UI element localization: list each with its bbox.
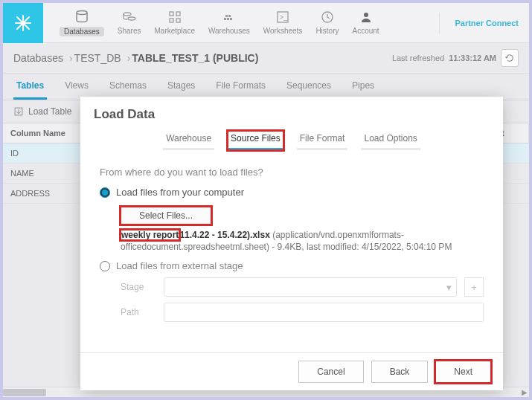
wizard-step-load-options[interactable]: Load Options <box>361 131 420 150</box>
nav-label: Warehouses <box>208 27 250 35</box>
tab-file-formats[interactable]: File Formats <box>213 74 269 100</box>
wizard-step-source-files[interactable]: Source Files <box>228 131 283 150</box>
svg-rect-7 <box>170 12 173 16</box>
nav-label: Worksheets <box>263 27 303 35</box>
add-stage-button[interactable]: + <box>464 277 484 297</box>
last-refreshed-time: 11:33:12 AM <box>449 54 496 62</box>
nav-label: History <box>315 27 339 35</box>
svg-rect-12 <box>227 18 229 20</box>
tab-tables[interactable]: Tables <box>13 74 47 100</box>
scrollbar-thumb[interactable] <box>3 389 46 396</box>
cancel-button[interactable]: Cancel <box>298 361 363 383</box>
modal-title: Load Data <box>80 97 503 128</box>
svg-point-19 <box>364 13 368 17</box>
svg-rect-10 <box>176 19 180 22</box>
svg-rect-8 <box>176 12 180 16</box>
file-name-part1: weekly report <box>121 230 179 240</box>
chevron-right-icon: › <box>69 52 73 64</box>
last-refreshed-label: Last refreshed <box>392 54 444 62</box>
radio-computer-label: Load files from your computer <box>116 187 244 198</box>
svg-rect-13 <box>230 18 232 20</box>
grid-cell: NAME <box>3 164 42 183</box>
svg-rect-15 <box>228 15 231 17</box>
tab-pipes[interactable]: Pipes <box>349 74 377 100</box>
wizard-step-warehouse[interactable]: Warehouse <box>163 131 214 150</box>
nav-databases[interactable]: Databases <box>60 9 104 36</box>
nav-label: Marketplace <box>155 27 195 35</box>
svg-rect-9 <box>170 19 173 22</box>
nav-warehouses[interactable]: Warehouses <box>208 9 250 36</box>
breadcrumb-table: TABLE_TEST_1 (PUBLIC) <box>132 52 258 64</box>
breadcrumb-db[interactable]: TEST_DB <box>74 52 121 64</box>
tab-sequences[interactable]: Sequences <box>283 74 334 100</box>
radio-computer[interactable] <box>100 187 110 198</box>
refresh-button[interactable] <box>501 49 519 67</box>
database-icon <box>74 9 90 25</box>
radio-external-stage[interactable] <box>100 261 110 271</box>
partner-connect-link[interactable]: Partner Connect <box>455 19 519 28</box>
chevron-right-icon: › <box>127 52 131 64</box>
breadcrumb-databases[interactable]: Databases <box>13 52 63 64</box>
path-input[interactable] <box>164 303 484 322</box>
stage-dropdown[interactable]: ▾ <box>164 277 457 297</box>
modal-prompt: From where do you want to load files? <box>100 167 484 178</box>
nav-label: Databases <box>60 27 104 36</box>
selected-file-info: weekly report11.4.22 - 15.4.22).xlsx (ap… <box>121 229 484 253</box>
nav-shares[interactable]: Shares <box>118 9 141 36</box>
scroll-right-icon[interactable]: ▶ <box>522 388 528 396</box>
back-button[interactable]: Back <box>371 361 429 383</box>
next-button[interactable]: Next <box>435 361 491 383</box>
select-files-button[interactable]: Select Files... <box>121 207 211 225</box>
nav-account[interactable]: Account <box>353 9 379 36</box>
stage-label: Stage <box>121 282 156 292</box>
account-icon <box>358 9 374 25</box>
grid-cell: ID <box>3 143 26 163</box>
svg-point-5 <box>124 13 131 16</box>
radio-external-stage-label: Load files from external stage <box>116 260 243 271</box>
svg-text:>_: >_ <box>280 13 288 21</box>
load-data-modal: Load Data Warehouse Source Files File Fo… <box>80 97 503 390</box>
svg-point-4 <box>77 11 87 15</box>
tab-views[interactable]: Views <box>62 74 92 100</box>
nav-worksheets[interactable]: >_ Worksheets <box>263 9 303 36</box>
load-table-label: Load Table <box>28 106 72 117</box>
nav-marketplace[interactable]: Marketplace <box>155 9 195 36</box>
snowflake-logo[interactable] <box>3 3 43 43</box>
grid-cell: ADDRESS <box>3 184 57 203</box>
svg-rect-11 <box>224 18 226 20</box>
load-icon <box>13 106 24 117</box>
file-name-part2: 11.4.22 - 15.4.22).xlsx <box>179 230 269 240</box>
wizard-step-file-format[interactable]: File Format <box>297 131 348 150</box>
path-label: Path <box>121 307 156 317</box>
tab-schemas[interactable]: Schemas <box>106 74 150 100</box>
svg-point-6 <box>128 17 135 20</box>
warehouse-icon <box>221 9 237 25</box>
worksheets-icon: >_ <box>275 9 291 25</box>
svg-rect-14 <box>225 15 228 17</box>
nav-label: Account <box>353 27 379 35</box>
chevron-down-icon: ▾ <box>446 282 452 293</box>
marketplace-icon <box>167 9 183 25</box>
history-icon <box>319 9 336 25</box>
shares-icon <box>121 9 138 25</box>
nav-label: Shares <box>118 27 141 35</box>
tab-stages[interactable]: Stages <box>164 74 198 100</box>
nav-history[interactable]: History <box>315 9 339 36</box>
